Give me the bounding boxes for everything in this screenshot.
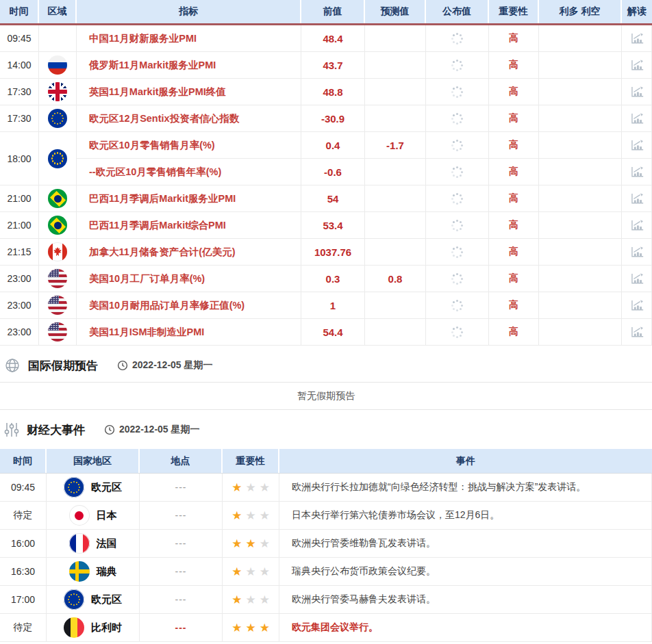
bull-bear-cell (539, 266, 622, 292)
flag-japan-icon (69, 505, 90, 526)
events-date-text: 2022-12-05 星期一 (119, 424, 200, 436)
flag-france-icon (69, 533, 90, 554)
importance-stars: ★★★ (230, 538, 272, 550)
flag-russia-icon (48, 55, 67, 75)
globe-icon (4, 357, 21, 374)
published-cell (426, 105, 489, 132)
interpret-cell (622, 79, 652, 105)
bull-bear-cell (539, 159, 622, 185)
region-cell (39, 52, 77, 79)
col-header-previous: 前值 (301, 0, 365, 23)
interpret-chart-icon[interactable] (630, 219, 644, 232)
interpret-cell (622, 185, 652, 212)
published-cell (426, 266, 489, 292)
clock-icon (117, 360, 128, 371)
previous-cell: 0.3 (301, 266, 365, 292)
indicator-cell: 欧元区10月零售销售月率(%) (77, 132, 301, 159)
previous-cell: 54 (301, 185, 365, 212)
previous-cell: 43.7 (301, 52, 365, 79)
interpret-chart-icon[interactable] (630, 86, 644, 99)
loading-spinner-icon (456, 331, 458, 333)
interpret-chart-icon[interactable] (630, 326, 644, 339)
importance-cell: 高 (489, 105, 539, 132)
event-cell: 欧元集团会议举行。 (279, 614, 652, 642)
flag-us-icon (48, 296, 67, 315)
region-cell (39, 132, 77, 185)
previous-cell: 1037.76 (301, 239, 365, 266)
country-name: 比利时 (91, 621, 122, 634)
forecast-cell (365, 105, 426, 132)
time-cell: 待定 (0, 614, 47, 642)
col-header-country: 国家地区 (47, 449, 140, 473)
col-header-importance: 重要性 (489, 0, 539, 23)
time-cell: 09:45 (0, 25, 39, 52)
importance-stars: ★★★ (230, 566, 272, 578)
indicator-table-header: 时间 区域 指标 前值 预测值 公布值 重要性 利多 利空 解读 (0, 0, 652, 25)
holiday-section-title: 国际假期预告 (28, 358, 98, 374)
importance-cell: 高 (489, 319, 539, 346)
bull-bear-cell (539, 212, 622, 239)
interpret-chart-icon[interactable] (630, 112, 644, 125)
importance-stars: ★★★ (230, 510, 272, 521)
location-cell: --- (140, 614, 223, 642)
region-cell (39, 105, 77, 132)
indicator-table: 时间 区域 指标 前值 预测值 公布值 重要性 利多 利空 解读 09:45 中… (0, 0, 652, 346)
loading-spinner-icon (456, 91, 458, 93)
location-cell: --- (140, 586, 223, 614)
importance-cell: ★★★ (223, 614, 279, 642)
time-cell: 18:00 (0, 132, 39, 185)
clock-icon (104, 424, 115, 435)
interpret-chart-icon[interactable] (630, 59, 644, 72)
importance-cell: ★★★ (223, 502, 279, 530)
flag-canada-icon (48, 242, 67, 261)
interpret-chart-icon[interactable] (630, 246, 644, 259)
location-cell: --- (140, 474, 223, 502)
time-cell: 23:00 (0, 292, 39, 319)
events-table: 时间 国家地区 地点 重要性 事件 09:45 欧元区 --- ★★★ 欧洲央行… (0, 449, 652, 642)
importance-stars: ★★★ (230, 594, 272, 606)
col-header-location: 地点 (140, 449, 223, 473)
importance-stars: ★★★ (230, 482, 272, 493)
loading-spinner-icon (456, 38, 458, 40)
events-date: 2022-12-05 星期一 (104, 424, 200, 436)
time-cell: 16:00 (0, 530, 47, 558)
flag-brazil-icon (48, 189, 67, 208)
previous-cell: 48.4 (301, 25, 365, 52)
loading-spinner-icon (456, 278, 458, 280)
interpret-chart-icon[interactable] (630, 32, 644, 45)
forecast-cell: -1.7 (365, 132, 426, 159)
indicator-cell: 巴西11月季调后Markit综合PMI (77, 212, 301, 239)
bull-bear-cell (539, 132, 622, 159)
country-name: 欧元区 (91, 481, 122, 494)
importance-cell: 高 (489, 239, 539, 266)
loading-spinner-icon (456, 251, 458, 253)
bull-bear-cell (539, 292, 622, 319)
importance-cell: ★★★ (223, 530, 279, 558)
importance-cell: ★★★ (223, 558, 279, 586)
published-cell (426, 292, 489, 319)
previous-cell: 53.4 (301, 212, 365, 239)
event-cell: 日本央行举行第六轮债券市场会议，至12月6日。 (279, 502, 652, 530)
loading-spinner-icon (456, 171, 458, 173)
flag-eurozone-icon (64, 477, 84, 498)
col-header-region: 区域 (39, 0, 77, 23)
indicator-cell: 美国10月工厂订单月率(%) (77, 266, 301, 292)
forecast-cell (365, 79, 426, 105)
forecast-cell (365, 239, 426, 266)
importance-cell: 高 (489, 266, 539, 292)
published-cell (426, 159, 489, 185)
country-cell: 日本 (47, 502, 140, 530)
interpret-chart-icon[interactable] (630, 139, 644, 152)
indicator-cell: --欧元区10月零售销售年率(%) (77, 159, 301, 185)
flag-brazil-icon (48, 216, 67, 235)
interpret-chart-icon[interactable] (630, 192, 644, 205)
location-cell: --- (140, 502, 223, 530)
indicator-cell: 美国10月耐用品订单月率修正值(%) (77, 292, 301, 319)
interpret-chart-icon[interactable] (630, 166, 644, 179)
bull-bear-cell (539, 52, 622, 79)
interpret-chart-icon[interactable] (630, 299, 644, 312)
bull-bear-cell (539, 79, 622, 105)
indicator-cell: 中国11月财新服务业PMI (77, 25, 301, 52)
importance-cell: 高 (489, 159, 539, 185)
interpret-chart-icon[interactable] (630, 272, 644, 285)
